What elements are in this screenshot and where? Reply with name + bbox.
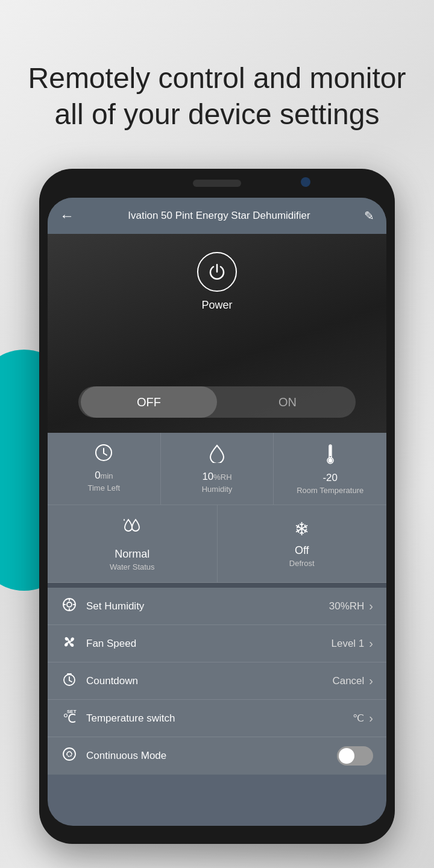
set-humidity-icon xyxy=(61,597,78,615)
temp-switch-chevron: › xyxy=(369,711,373,725)
fan-speed-value: Level 1 xyxy=(332,638,365,650)
time-left-label: Time Left xyxy=(87,483,120,492)
humidity-value: 10 xyxy=(202,471,213,482)
fan-speed-chevron: › xyxy=(369,637,373,650)
status-water: Normal Water Status xyxy=(48,505,218,582)
svg-rect-3 xyxy=(329,445,331,456)
svg-point-14 xyxy=(68,640,71,643)
page-title: Remotely control and monitor all of your… xyxy=(24,60,410,133)
time-left-value: 0 xyxy=(95,470,100,481)
menu-item-countdown[interactable]: Countdown Cancel › xyxy=(48,662,386,700)
menu-item-temp-switch[interactable]: ℃ SET Temperature switch ℃ › xyxy=(48,700,386,737)
power-toggle[interactable]: OFF ON xyxy=(78,386,356,418)
continuous-mode-label: Continuous Mode xyxy=(86,750,337,762)
countdown-icon xyxy=(61,672,78,690)
countdown-label: Countdown xyxy=(86,675,332,687)
app-title: Ivation 50 Pint Energy Star Dehumidifier xyxy=(80,210,358,222)
power-button[interactable] xyxy=(197,252,237,292)
water-status-icon xyxy=(119,518,145,543)
power-button-area: Power xyxy=(197,252,237,312)
stat-time-left: 0min Time Left xyxy=(48,433,161,505)
menu-section: Set Humidity 30%RH › Fan Speed Level 1 xyxy=(48,588,386,775)
temp-switch-label: Temperature switch xyxy=(86,712,353,725)
toggle-off-button[interactable]: OFF xyxy=(81,386,217,418)
phone-screen: ← Ivation 50 Pint Energy Star Dehumidifi… xyxy=(48,198,386,826)
power-label: Power xyxy=(201,299,232,312)
menu-item-set-humidity[interactable]: Set Humidity 30%RH › xyxy=(48,588,386,625)
room-temp-label: Room Temperature xyxy=(297,486,363,495)
countdown-chevron: › xyxy=(369,674,373,688)
thermometer-icon xyxy=(325,444,336,468)
status-defrost: ❄ Off Defrost xyxy=(218,505,387,582)
fan-icon xyxy=(61,635,78,653)
countdown-value: Cancel xyxy=(332,675,364,687)
edit-button[interactable]: ✎ xyxy=(364,209,374,223)
room-temp-value: -20 xyxy=(322,472,338,483)
stat-room-temp: -20 Room Temperature xyxy=(274,433,386,505)
water-status-value: Normal xyxy=(115,548,149,561)
phone-notch xyxy=(193,180,241,187)
fan-speed-label: Fan Speed xyxy=(86,638,332,650)
humidity-unit: %RH xyxy=(213,473,231,482)
continuous-mode-icon xyxy=(61,747,78,765)
status-row: Normal Water Status ❄ Off Defrost xyxy=(48,505,386,583)
defrost-label: Defrost xyxy=(289,559,315,568)
temp-switch-icon: ℃ SET xyxy=(61,711,78,726)
back-button[interactable]: ← xyxy=(60,207,74,224)
section-divider xyxy=(48,583,386,588)
svg-point-9 xyxy=(67,602,72,607)
humidity-icon xyxy=(209,444,225,467)
temp-switch-value: ℃ xyxy=(353,712,364,725)
set-humidity-label: Set Humidity xyxy=(86,600,329,612)
svg-point-4 xyxy=(328,459,332,463)
stat-humidity: 10%RH Humidity xyxy=(161,433,274,505)
defrost-icon: ❄ xyxy=(294,518,309,539)
svg-point-16 xyxy=(63,748,75,760)
humidity-label: Humidity xyxy=(202,485,233,494)
water-status-label: Water Status xyxy=(110,562,155,571)
menu-item-continuous-mode[interactable]: Continuous Mode xyxy=(48,737,386,775)
page-header: Remotely control and monitor all of your… xyxy=(0,60,434,133)
set-humidity-value: 30%RH xyxy=(329,600,365,612)
continuous-mode-toggle[interactable] xyxy=(337,746,373,766)
phone-camera xyxy=(301,177,310,187)
app-header: ← Ivation 50 Pint Energy Star Dehumidifi… xyxy=(48,198,386,234)
clock-icon xyxy=(95,444,113,466)
menu-item-fan-speed[interactable]: Fan Speed Level 1 › xyxy=(48,625,386,662)
toggle-on-button[interactable]: ON xyxy=(219,386,356,418)
stats-row: 0min Time Left 10%RH Humidity xyxy=(48,433,386,505)
set-humidity-chevron: › xyxy=(369,599,373,613)
time-left-unit: min xyxy=(101,471,113,480)
phone-frame: ← Ivation 50 Pint Energy Star Dehumidifi… xyxy=(39,169,395,844)
defrost-value: Off xyxy=(295,544,309,557)
power-section: Power OFF ON xyxy=(48,234,386,433)
